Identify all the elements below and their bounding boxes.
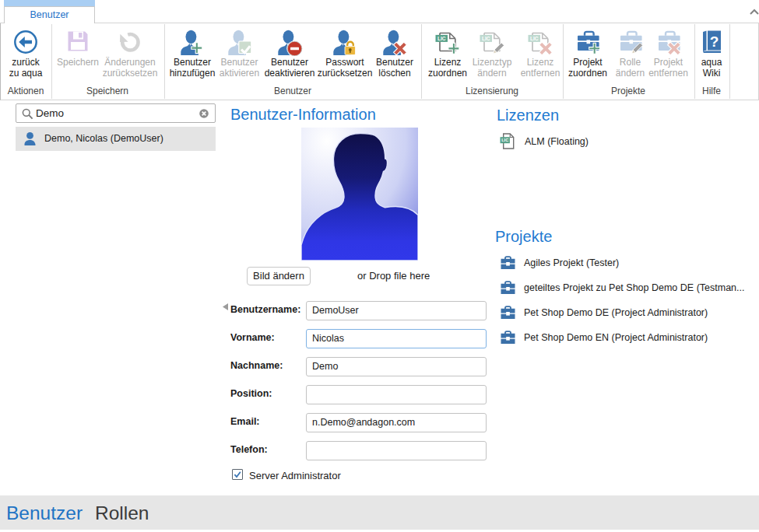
svg-text:?: ?: [710, 33, 719, 50]
svg-text:LIC: LIC: [437, 36, 446, 41]
svg-text:LIC: LIC: [501, 138, 508, 142]
svg-text:LIC: LIC: [530, 36, 539, 41]
svg-text:LIC: LIC: [482, 36, 490, 41]
